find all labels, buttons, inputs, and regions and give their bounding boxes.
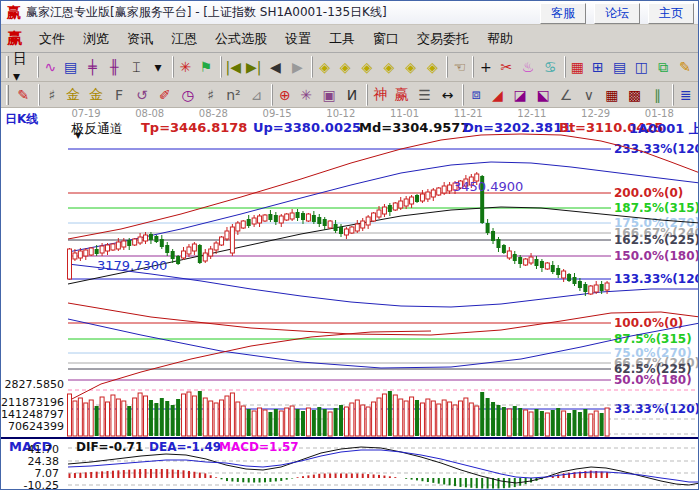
gauge-icon[interactable]: ≣ [673, 84, 696, 106]
diamond-up-icon[interactable]: ◈ [356, 56, 378, 78]
wave-count-icon[interactable]: И [341, 84, 364, 106]
menu-item[interactable]: 资讯 [118, 27, 162, 51]
diamond-expand-icon[interactable]: ◈ [400, 56, 422, 78]
draw-pen-icon[interactable]: ✎ [12, 84, 35, 106]
kline-9-icon[interactable]: ╫ [103, 56, 125, 78]
kline-3-icon[interactable]: ╪ [82, 56, 104, 78]
candle-dropdown-icon[interactable]: ▾ [147, 56, 169, 78]
stock-pool-icon[interactable]: ✳ [173, 56, 195, 78]
set-square-icon[interactable]: ⊿ [245, 84, 268, 106]
toolbar-grip[interactable] [6, 56, 9, 78]
brain-icon[interactable]: ♋ [539, 56, 561, 78]
grid-target-icon[interactable]: ▣ [318, 84, 341, 106]
gold-box-icon[interactable]: 金 [85, 84, 108, 106]
macd-header-value-3: MACD=1.57 [219, 440, 299, 454]
mask-icon[interactable]: ♨ [517, 56, 539, 78]
gann-fan-icon[interactable]: ◢ [486, 84, 509, 106]
diamond-down-icon[interactable]: ◈ [378, 56, 400, 78]
calendar-21-icon[interactable]: ▦ [565, 56, 587, 78]
calculator-icon[interactable]: ⊞ [587, 56, 609, 78]
volume-axis-label-3: 70624399 [1, 420, 64, 433]
kline-chart-svg[interactable]: 07-1908-0808-2809-1510-1211-0111-2112-11… [1, 108, 699, 490]
menu-item[interactable]: 江恩 [162, 27, 206, 51]
save-icon[interactable]: ◫ [631, 56, 653, 78]
toolbar-grip[interactable] [6, 85, 9, 105]
fan-grid-icon[interactable]: ⬕ [532, 84, 555, 106]
box-tool-icon[interactable]: ⧈ [463, 84, 486, 106]
indicator-value-3: Md=3304.9577 [359, 120, 469, 135]
kline-type-label[interactable]: 日K线 [5, 111, 38, 128]
hand-drag-icon[interactable]: ☜ [447, 56, 469, 78]
share-icon[interactable]: ⧉ [652, 56, 674, 78]
first-page-icon[interactable]: |◀ [221, 56, 243, 78]
macd-scale-4: -10.25 [1, 479, 59, 490]
svg-text:3450.4900: 3450.4900 [453, 179, 523, 194]
pen-icon[interactable]: ✎ [674, 56, 696, 78]
cut-icon[interactable]: ✂ [495, 56, 517, 78]
span-arrows-icon[interactable]: ↔ [436, 84, 459, 106]
svg-text:150.0%(180): 150.0%(180) [614, 249, 699, 263]
indicator-value-4: Dn=3202.3811 [463, 120, 571, 135]
kline-period-button[interactable]: 日 ▾ [12, 56, 34, 78]
menu-item[interactable]: 工具 [320, 27, 364, 51]
report-icon[interactable]: ▤ [60, 56, 82, 78]
titlebar-button-1[interactable]: 客服 [540, 3, 586, 24]
svg-text:01-18: 01-18 [645, 108, 674, 119]
titlebar-buttons: 客服论坛主页 [532, 2, 694, 24]
menu-item[interactable]: 设置 [276, 27, 320, 51]
shen-tool-icon[interactable]: 神 [367, 84, 390, 106]
crosshair-icon[interactable]: + [473, 56, 495, 78]
menu-item[interactable]: 帮助 [478, 27, 522, 51]
target-icon[interactable]: ⊕ [272, 84, 295, 106]
toolbar-row-2: ✎♯金金F↺✐◷♯n²⊿⊕✳▣И神赢☰↔⧈◢◪⬕∠∨▦▩∥≣ [1, 82, 698, 108]
diamond-left-icon[interactable]: ◈ [312, 56, 334, 78]
svg-text:33.33%(120): 33.33%(120) [614, 402, 699, 416]
star-target-icon[interactable]: ✳ [295, 84, 318, 106]
gann-ruler-icon[interactable]: ♯ [39, 84, 62, 106]
candle-style-icon[interactable]: ⌶ [125, 56, 147, 78]
grid2-tool-icon[interactable]: ▩ [623, 84, 646, 106]
svg-text:187.5%(315): 187.5%(315) [614, 201, 699, 215]
diamond-right-icon[interactable]: ◈ [334, 56, 356, 78]
diamond-shrink-icon[interactable]: ◈ [422, 56, 444, 78]
rocket-icon[interactable]: ✐ [153, 84, 176, 106]
menu-item[interactable]: 交易委托 [408, 27, 478, 51]
svg-text:08-08: 08-08 [135, 108, 164, 119]
vee-line-icon[interactable]: ∨ [577, 84, 600, 106]
fan-box-icon[interactable]: ◪ [509, 84, 532, 106]
angle-line-icon[interactable]: ∠ [555, 84, 578, 106]
gold-split-icon[interactable]: 金 [62, 84, 85, 106]
menu-item[interactable]: 公式选股 [206, 27, 276, 51]
menu-item[interactable]: 浏览 [74, 27, 118, 51]
spiral-icon[interactable]: ↺ [130, 84, 153, 106]
svg-text:11-21: 11-21 [454, 108, 483, 119]
indicator-dropdown-icon[interactable]: ▼ [75, 131, 81, 140]
svg-text:200.0%(0): 200.0%(0) [614, 186, 683, 200]
scale-icon[interactable]: ♯ [199, 84, 222, 106]
menu-items: 文件浏览资讯江恩公式选股设置工具窗口交易委托帮助 [30, 27, 522, 51]
flag-indicator-icon[interactable]: ⚑ [195, 56, 217, 78]
fibonacci-icon[interactable]: F [108, 84, 131, 106]
last-page-icon[interactable]: ▶| [243, 56, 265, 78]
prev-icon[interactable]: ◀ [265, 56, 287, 78]
titlebar-button-3[interactable]: 主页 [648, 3, 694, 24]
titlebar-button-2[interactable]: 论坛 [594, 3, 640, 24]
macd-header-value-1: DIF=-0.71 [76, 440, 143, 454]
win-tool-icon[interactable]: 赢 [390, 84, 413, 106]
next-icon[interactable]: ▶ [286, 56, 308, 78]
svg-text:08-28: 08-28 [199, 108, 228, 119]
grid-tool-icon[interactable]: ▦ [600, 84, 623, 106]
notes-icon[interactable]: ▤ [609, 56, 631, 78]
parallel-lines-icon[interactable]: ∥ [646, 84, 669, 106]
svg-text:12-11: 12-11 [517, 108, 546, 119]
time-cycle-icon[interactable]: ◷ [176, 84, 199, 106]
svg-text:11-01: 11-01 [390, 108, 419, 119]
svg-text:3179.7300: 3179.7300 [97, 258, 167, 273]
trend-wave-icon[interactable]: ∿ [38, 56, 60, 78]
menu-item[interactable]: 窗口 [364, 27, 408, 51]
price-axis-label: 2827.5850 [1, 378, 64, 391]
ruler-123-icon[interactable]: ☰ [413, 84, 436, 106]
n-square-icon[interactable]: n² [222, 84, 245, 106]
svg-text:162.5%(225): 162.5%(225) [614, 233, 699, 247]
menu-item[interactable]: 文件 [30, 27, 74, 51]
